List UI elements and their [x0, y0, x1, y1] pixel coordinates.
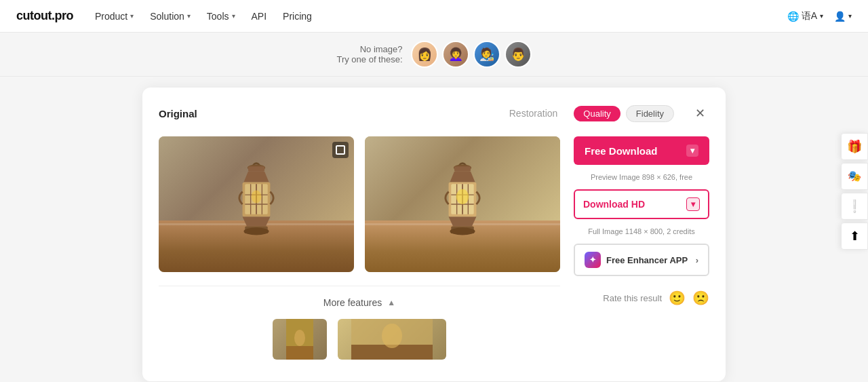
svg-rect-25 [286, 346, 313, 360]
chevron-up-icon: ▲ [387, 298, 395, 307]
right-panel: Free Download ▾ Preview Image 898 × 626,… [574, 136, 709, 365]
svg-point-11 [243, 227, 269, 235]
floating-notification-button[interactable]: ❕ [841, 193, 868, 220]
free-download-label: Free Download [585, 145, 658, 157]
result-card: Original Restoration Quality Fidelity ✕ [142, 88, 726, 381]
chevron-down-icon: ▾ [848, 12, 852, 20]
sample-image-1[interactable]: 👩 [411, 41, 438, 68]
language-label: 语A [802, 10, 817, 22]
no-image-text: No image? Try one of these: [336, 44, 402, 64]
divider [159, 286, 560, 286]
thumbnail-1[interactable] [273, 319, 327, 360]
card-original-label: Original [159, 108, 197, 119]
more-features-button[interactable]: More features ▲ [159, 292, 560, 313]
svg-point-29 [382, 324, 402, 348]
nav-product[interactable]: Product ▾ [95, 11, 134, 22]
chevron-down-icon: ▾ [232, 12, 235, 20]
language-switcher[interactable]: 🌐 语A ▾ [787, 10, 823, 22]
more-features-label: More features [323, 297, 382, 308]
svg-point-26 [294, 330, 305, 346]
download-hd-button[interactable]: Download HD ▾ [574, 189, 709, 219]
sample-image-3[interactable]: 🧑‍🎨 [473, 41, 500, 68]
full-image-info: Full Image 1148 × 800, 2 credits [574, 227, 709, 235]
floating-upload-button[interactable]: ⬆ [841, 223, 868, 250]
crop-icon[interactable] [332, 142, 349, 158]
sample-images: 👩 👩‍🦱 🧑‍🎨 👨 [411, 41, 532, 68]
nav-right: 🌐 语A ▾ 👤 ▾ [787, 10, 852, 22]
nav-tools[interactable]: Tools ▾ [207, 11, 235, 22]
dropdown-arrow-icon: ▾ [686, 145, 698, 157]
sample-image-2[interactable]: 👩‍🦱 [442, 41, 469, 68]
thumbs-down-button[interactable]: 🙁 [692, 290, 709, 306]
svg-point-21 [456, 189, 469, 204]
top-strip: No image? Try one of these: 👩 👩‍🦱 🧑‍🎨 👨 [0, 33, 868, 77]
original-image-panel [159, 136, 354, 272]
images-section: More features ▲ [159, 136, 560, 365]
nav-links: Product ▾ Solution ▾ Tools ▾ API Pricing [95, 11, 787, 22]
crop-icon-inner [336, 145, 345, 155]
enhancer-app-button[interactable]: ✦ Free Enhancer APP › [574, 244, 709, 276]
rate-label: Rate this result [603, 293, 662, 303]
enhancer-icon: ✦ [585, 252, 601, 268]
card-header: Original Restoration Quality Fidelity ✕ [159, 104, 709, 123]
sample-image-4[interactable]: 👨 [505, 41, 532, 68]
rate-section: Rate this result 🙂 🙁 [574, 290, 709, 306]
card-body: More features ▲ [159, 136, 709, 365]
restoration-label: Restoration [509, 108, 558, 119]
logo[interactable]: cutout.pro [16, 9, 73, 23]
nav-api[interactable]: API [252, 11, 267, 22]
chevron-right-icon: › [696, 255, 698, 265]
thumbs-up-button[interactable]: 🙂 [669, 290, 686, 306]
nav-pricing[interactable]: Pricing [283, 11, 312, 22]
floating-gift-button[interactable]: 🎁 [841, 133, 868, 160]
hd-dropdown-arrow: ▾ [686, 197, 700, 211]
language-icon: 🌐 [787, 11, 799, 22]
download-hd-label: Download HD [583, 199, 645, 210]
preview-info: Preview Image 898 × 626, free [574, 173, 709, 181]
chevron-down-icon: ▾ [187, 12, 191, 20]
chevron-down-icon: ▾ [130, 12, 134, 20]
tab-group: Quality Fidelity [574, 105, 674, 122]
nav-solution[interactable]: Solution ▾ [150, 11, 191, 22]
free-download-button[interactable]: Free Download ▾ [574, 136, 709, 165]
svg-rect-13 [454, 166, 471, 171]
main-content: No image? Try one of these: 👩 👩‍🦱 🧑‍🎨 👨 … [0, 33, 868, 382]
svg-rect-1 [248, 166, 264, 171]
images-row [159, 136, 560, 272]
bottom-thumbnails [159, 313, 560, 365]
thumbnail-2[interactable] [338, 319, 446, 360]
tab-fidelity[interactable]: Fidelity [626, 105, 674, 122]
enhancer-label: Free Enhancer APP [606, 255, 688, 265]
svg-point-9 [252, 191, 262, 204]
navbar: cutout.pro Product ▾ Solution ▾ Tools ▾ … [0, 0, 868, 33]
floating-sidebar: 🎁 🎭 ❕ ⬆ [841, 133, 868, 250]
chevron-down-icon: ▾ [820, 12, 823, 20]
user-menu[interactable]: 👤 ▾ [834, 11, 852, 22]
tab-quality[interactable]: Quality [574, 106, 620, 121]
enhanced-image-panel [365, 136, 560, 272]
close-button[interactable]: ✕ [690, 104, 709, 123]
user-icon: 👤 [834, 11, 846, 22]
svg-point-23 [450, 227, 475, 235]
floating-avatar-button[interactable]: 🎭 [841, 163, 868, 190]
